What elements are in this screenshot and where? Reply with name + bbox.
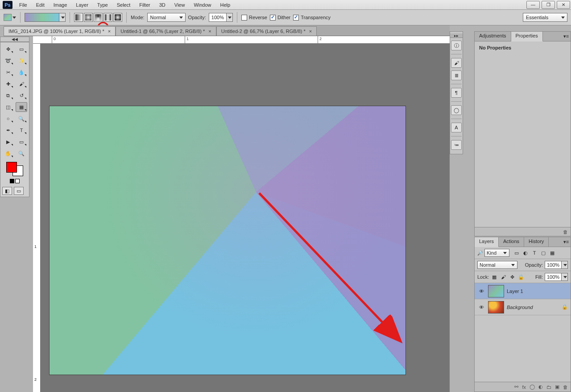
layer-filter-dropdown[interactable]: Kind xyxy=(484,249,509,257)
layer-fx-icon[interactable]: fx xyxy=(522,384,526,390)
visibility-toggle-icon[interactable]: 👁 xyxy=(477,289,485,294)
layer-opacity-dropdown[interactable] xyxy=(562,261,568,269)
type-tool[interactable]: T xyxy=(16,125,27,135)
history-tab[interactable]: History xyxy=(524,237,549,247)
filter-shape-icon[interactable]: ▢ xyxy=(540,249,547,256)
marquee-tool[interactable]: ▭ xyxy=(16,44,27,54)
layer-opacity-input[interactable]: 100% xyxy=(545,261,562,269)
tool-preset-dropdown-icon[interactable] xyxy=(12,17,16,19)
screen-mode-toggle[interactable]: ▭ xyxy=(14,187,24,195)
layer-name[interactable]: Layer 1 xyxy=(507,289,568,294)
actions-tab[interactable]: Actions xyxy=(499,237,524,247)
layer-name[interactable]: Background xyxy=(507,305,559,310)
trash-icon[interactable]: 🗑 xyxy=(563,229,568,235)
eyedropper-tool[interactable]: 💧 xyxy=(16,67,27,77)
dock-brush-icon[interactable]: 🖌 xyxy=(451,58,462,68)
minimize-button[interactable] xyxy=(526,1,540,9)
new-layer-icon[interactable]: ▣ xyxy=(555,384,559,390)
dock-character-icon[interactable]: A xyxy=(451,123,462,132)
menu-select[interactable]: Select xyxy=(113,1,135,9)
menu-type[interactable]: Type xyxy=(93,1,112,9)
properties-tab[interactable]: Properties xyxy=(511,32,543,41)
visibility-toggle-icon[interactable]: 👁 xyxy=(477,305,485,310)
dock-collapse-handle[interactable]: ▸▸ xyxy=(450,33,463,38)
brush-tool[interactable]: 🖌 xyxy=(16,79,27,89)
dock-paragraph-icon[interactable]: ¶ xyxy=(451,88,462,98)
link-layers-icon[interactable]: ⚯ xyxy=(514,384,518,390)
reverse-checkbox[interactable] xyxy=(241,15,247,21)
filter-adjust-icon[interactable]: ◐ xyxy=(522,249,529,256)
adjustments-tab[interactable]: Adjustments xyxy=(475,32,511,41)
close-tab-icon[interactable]: × xyxy=(108,29,111,34)
gradient-picker-dropdown[interactable] xyxy=(59,13,66,22)
filter-pixel-icon[interactable]: ▭ xyxy=(513,249,520,256)
document-canvas[interactable] xyxy=(50,106,405,375)
layers-tab[interactable]: Layers xyxy=(475,237,499,247)
dock-swatches-icon[interactable]: ≣ xyxy=(451,70,462,80)
layer-row[interactable]: 👁 Layer 1 xyxy=(475,283,571,299)
menu-edit[interactable]: Edit xyxy=(32,1,49,9)
shape-tool[interactable]: ▭ xyxy=(16,137,27,147)
new-group-icon[interactable]: 🗀 xyxy=(546,384,551,390)
gradient-type-angular[interactable] xyxy=(94,13,103,22)
quick-mask-toggle[interactable]: ◧ xyxy=(2,187,12,195)
dock-3d-icon[interactable]: ◯ xyxy=(451,105,462,115)
menu-help[interactable]: Help xyxy=(216,1,235,9)
foreground-color-swatch[interactable] xyxy=(6,162,17,173)
lock-position-icon[interactable]: ✥ xyxy=(509,274,516,280)
layer-mask-icon[interactable]: ◯ xyxy=(530,384,535,390)
new-fill-adjust-icon[interactable]: ◐ xyxy=(538,384,543,390)
maximize-button[interactable] xyxy=(542,1,555,9)
history-brush-tool[interactable]: ↺ xyxy=(16,91,27,100)
blend-mode-dropdown[interactable]: Normal xyxy=(477,261,517,269)
menu-image[interactable]: Image xyxy=(50,1,71,9)
healing-brush-tool[interactable]: ✚ xyxy=(2,79,14,89)
panel-menu-icon[interactable]: ▾≡ xyxy=(562,32,571,41)
swap-colors-icon[interactable] xyxy=(15,179,20,183)
dither-checkbox[interactable] xyxy=(270,15,276,21)
tools-collapse-handle[interactable]: ◀◀ xyxy=(0,37,29,42)
menu-3d[interactable]: 3D xyxy=(155,1,170,9)
canvas-area[interactable] xyxy=(41,44,450,392)
dodge-tool[interactable]: 🔍 xyxy=(16,114,27,124)
opacity-input[interactable]: 100% xyxy=(209,13,227,22)
close-tab-icon[interactable]: × xyxy=(309,29,312,34)
document-tab[interactable]: Untitled-1 @ 66,7% (Layer 2, RGB/8) * × xyxy=(116,26,216,36)
crop-tool[interactable]: ✂ xyxy=(2,67,14,77)
blur-tool[interactable]: ○ xyxy=(2,114,14,124)
clone-stamp-tool[interactable]: ⧉ xyxy=(2,91,14,100)
hand-tool[interactable]: ✋ xyxy=(2,149,14,158)
gradient-type-linear[interactable] xyxy=(74,13,83,22)
panel-menu-icon[interactable]: ▾≡ xyxy=(562,237,571,247)
lasso-tool[interactable]: ➰ xyxy=(2,56,14,66)
menu-view[interactable]: View xyxy=(170,1,189,9)
fill-dropdown[interactable] xyxy=(562,273,568,281)
mode-dropdown[interactable]: Normal xyxy=(147,13,186,22)
dock-info-icon[interactable]: ⓘ xyxy=(451,41,462,50)
layer-thumbnail[interactable] xyxy=(488,301,504,314)
dock-styles-icon[interactable]: ≔ xyxy=(451,140,462,150)
magic-wand-tool[interactable]: ✨ xyxy=(16,56,27,66)
delete-layer-icon[interactable]: 🗑 xyxy=(563,384,568,390)
document-tab[interactable]: Untitled-2 @ 66,7% (Layer 6, RGB/8) * × xyxy=(216,26,317,36)
eraser-tool[interactable]: ◫ xyxy=(2,102,14,112)
menu-layer[interactable]: Layer xyxy=(72,1,92,9)
tool-preset-icon[interactable] xyxy=(4,14,12,21)
gradient-picker[interactable] xyxy=(25,13,59,22)
filter-type-icon[interactable]: T xyxy=(531,249,538,256)
gradient-type-diamond[interactable] xyxy=(113,13,122,22)
layer-row[interactable]: 👁 Background 🔒 xyxy=(475,299,571,315)
pen-tool[interactable]: ✒ xyxy=(2,125,14,135)
menu-file[interactable]: File xyxy=(15,1,31,9)
gradient-type-reflected[interactable] xyxy=(103,13,112,22)
workspace-switcher[interactable]: Essentials xyxy=(523,13,567,22)
path-select-tool[interactable]: ▶ xyxy=(2,137,14,147)
filter-smart-icon[interactable]: ▦ xyxy=(549,249,556,256)
move-tool[interactable]: ✥ xyxy=(2,44,14,54)
gradient-type-radial[interactable] xyxy=(84,13,93,22)
zoom-tool[interactable]: 🔍 xyxy=(16,149,27,158)
ruler-horizontal[interactable]: 0 1 2 xyxy=(33,36,450,44)
ruler-vertical[interactable]: 1 2 xyxy=(33,44,41,392)
opacity-dropdown[interactable] xyxy=(227,13,233,22)
menu-filter[interactable]: Filter xyxy=(135,1,154,9)
